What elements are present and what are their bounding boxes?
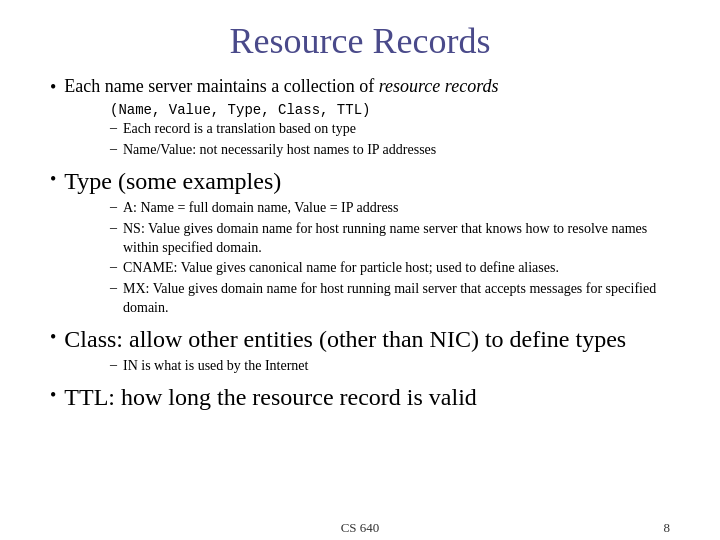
bullet-3: • Class: allow other entities (other tha… xyxy=(50,326,670,353)
slide-title: Resource Records xyxy=(50,20,670,62)
sub-bullet-1-1: – Each record is a translation based on … xyxy=(110,120,670,139)
dash-4: – xyxy=(110,220,117,236)
italic-text: resource records xyxy=(379,76,499,96)
section-2: • Type (some examples) – A: Name = full … xyxy=(50,168,670,320)
bullet-dot-4: • xyxy=(50,385,56,406)
sub-bullet-2-2: – NS: Value gives domain name for host r… xyxy=(110,220,670,258)
dash-1: – xyxy=(110,120,117,136)
footer-course: CS 640 xyxy=(341,520,380,536)
bullet-2: • Type (some examples) xyxy=(50,168,670,195)
sub-bullet-1-2: – Name/Value: not necessarily host names… xyxy=(110,141,670,160)
sub-text-1-1: Each record is a translation based on ty… xyxy=(123,120,356,139)
dash-2: – xyxy=(110,141,117,157)
bullet-2-heading: Type (some examples) xyxy=(64,168,281,195)
sub-text-2-1: A: Name = full domain name, Value = IP a… xyxy=(123,199,399,218)
sub-bullet-2-3: – CNAME: Value gives canonical name for … xyxy=(110,259,670,278)
code-tuple: (Name, Value, Type, Class, TTL) xyxy=(110,102,670,118)
bullet-dot-2: • xyxy=(50,169,56,190)
bullet-dot-1: • xyxy=(50,77,56,98)
dash-5: – xyxy=(110,259,117,275)
sub-text-2-3: CNAME: Value gives canonical name for pa… xyxy=(123,259,559,278)
slide-container: Resource Records • Each name server main… xyxy=(0,0,720,540)
dash-6: – xyxy=(110,280,117,296)
section-3: • Class: allow other entities (other tha… xyxy=(50,326,670,378)
bullet-1-text: Each name server maintains a collection … xyxy=(64,76,498,97)
dash-7: – xyxy=(110,357,117,373)
bullet-1: • Each name server maintains a collectio… xyxy=(50,76,670,98)
sub-text-2-4: MX: Value gives domain name for host run… xyxy=(123,280,670,318)
bullet-3-heading: Class: allow other entities (other than … xyxy=(64,326,626,353)
bullet-4: • TTL: how long the resource record is v… xyxy=(50,384,670,411)
bullet-dot-3: • xyxy=(50,327,56,348)
sub-bullet-3-1: – IN is what is used by the Internet xyxy=(110,357,670,376)
sub-text-2-2: NS: Value gives domain name for host run… xyxy=(123,220,670,258)
section-1: • Each name server maintains a collectio… xyxy=(50,76,670,162)
bullet-4-heading: TTL: how long the resource record is val… xyxy=(64,384,477,411)
section-4: • TTL: how long the resource record is v… xyxy=(50,384,670,415)
sub-text-1-2: Name/Value: not necessarily host names t… xyxy=(123,141,436,160)
footer-page-number: 8 xyxy=(664,520,671,536)
sub-bullet-2-1: – A: Name = full domain name, Value = IP… xyxy=(110,199,670,218)
sub-text-3-1: IN is what is used by the Internet xyxy=(123,357,308,376)
sub-bullet-2-4: – MX: Value gives domain name for host r… xyxy=(110,280,670,318)
dash-3: – xyxy=(110,199,117,215)
